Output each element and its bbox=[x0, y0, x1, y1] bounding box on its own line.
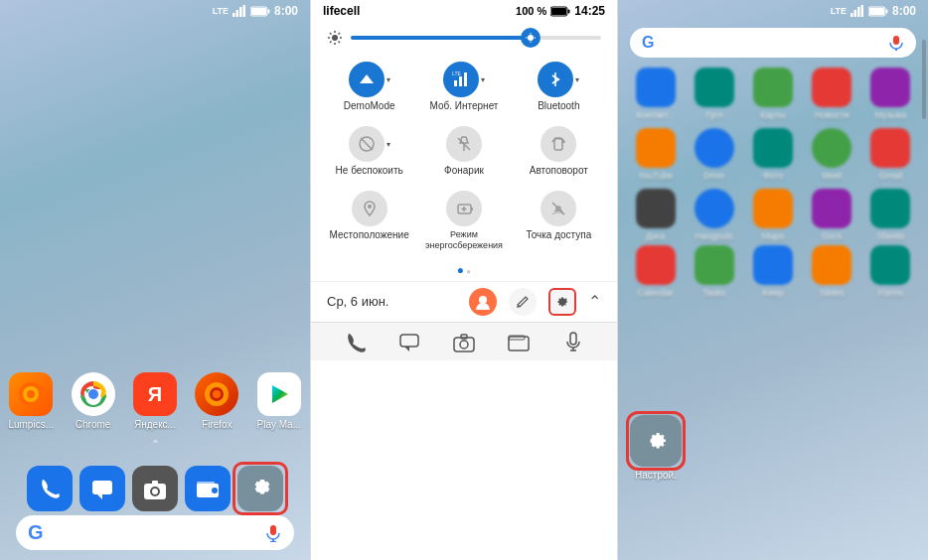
tile-battery-save-icon bbox=[446, 191, 482, 226]
svg-rect-6 bbox=[251, 8, 266, 15]
app-drawer-chevron[interactable]: ˄ bbox=[0, 438, 310, 454]
carrier-label: lifecell bbox=[323, 4, 360, 18]
dot-active: ● bbox=[457, 263, 464, 277]
dock-settings[interactable] bbox=[236, 466, 284, 511]
tile-hotspot[interactable]: Точка доступа bbox=[513, 183, 605, 255]
scrollbar-p3[interactable] bbox=[922, 40, 926, 119]
status-bar-p3: LTE 8:00 bbox=[618, 0, 928, 22]
search-bar-p3[interactable]: G bbox=[630, 28, 916, 58]
app-chrome-label: Chrome bbox=[76, 419, 111, 430]
svg-rect-31 bbox=[270, 541, 276, 542]
svg-point-15 bbox=[88, 389, 98, 399]
settings-p3-label: Настрой. bbox=[635, 470, 677, 481]
tile-dnd[interactable]: ▾ Не беспокоить bbox=[323, 118, 415, 181]
tile-battery-save[interactable]: Режим энергосбережения bbox=[417, 183, 510, 255]
dock-camera[interactable] bbox=[131, 466, 179, 511]
svg-rect-80 bbox=[857, 7, 860, 17]
tile-bluetooth-label: Bluetooth bbox=[538, 100, 579, 112]
p3-app-10: Gmail bbox=[865, 128, 916, 181]
app-yandex[interactable]: Я Яндекс... bbox=[127, 372, 183, 430]
dock-wallet[interactable] bbox=[184, 466, 232, 511]
search-area-p3: G bbox=[618, 22, 928, 64]
tile-demomode[interactable]: ▾ DemoMode bbox=[323, 54, 415, 116]
tile-mobile[interactable]: LTE ▾ Моб. Интернет bbox=[417, 54, 510, 116]
p3-app-1: Контакт... bbox=[630, 68, 681, 120]
status-icons-p3: LTE 8:00 bbox=[831, 4, 916, 18]
tile-location[interactable]: Местоположение bbox=[323, 183, 415, 255]
svg-rect-85 bbox=[893, 36, 899, 45]
app-firefox-icon bbox=[195, 372, 238, 416]
svg-point-60 bbox=[368, 205, 372, 209]
svg-rect-1 bbox=[235, 10, 238, 17]
app-play[interactable]: Play Ma... bbox=[251, 372, 307, 430]
app-firefox[interactable]: Firefox bbox=[189, 372, 244, 430]
p3-app-11: Диск bbox=[630, 189, 681, 241]
tile-location-label: Местоположение bbox=[330, 229, 409, 241]
svg-rect-5 bbox=[267, 9, 269, 13]
nav-mic-p2[interactable] bbox=[562, 331, 584, 352]
svg-rect-72 bbox=[461, 335, 467, 339]
p3-app-5: Музыка bbox=[865, 68, 916, 120]
svg-rect-34 bbox=[551, 8, 566, 15]
dock-messages[interactable] bbox=[78, 466, 126, 511]
app-firefox-label: Firefox bbox=[202, 419, 232, 430]
tile-demomode-label: DemoMode bbox=[344, 100, 395, 112]
date-label: Ср, 6 июн. bbox=[327, 294, 389, 309]
search-bar-p1[interactable]: G bbox=[16, 515, 294, 550]
app-yandex-label: Яндекс... bbox=[134, 419, 176, 430]
svg-text:LTE: LTE bbox=[452, 70, 461, 76]
svg-line-42 bbox=[339, 33, 341, 35]
google-g-p3: G bbox=[642, 34, 654, 52]
svg-point-9 bbox=[27, 390, 35, 398]
svg-line-55 bbox=[361, 138, 373, 150]
tile-battery-save-label: Режим энергосбережения bbox=[421, 229, 506, 251]
tile-mobile-dropdown: ▾ bbox=[481, 75, 485, 84]
signal-type-icon: LTE bbox=[213, 6, 229, 16]
dock-area: G bbox=[0, 458, 310, 560]
settings-highlighted-p3[interactable]: Настрой. bbox=[630, 415, 682, 481]
google-g-icon-p1: G bbox=[28, 521, 44, 544]
p3-app-16: Calendar bbox=[630, 245, 681, 298]
tile-flashlight[interactable]: Фонарик bbox=[417, 118, 510, 181]
svg-point-71 bbox=[460, 341, 468, 349]
svg-rect-0 bbox=[232, 13, 235, 17]
tile-bluetooth[interactable]: ▾ Bluetooth bbox=[513, 54, 605, 116]
p3-app-4: Новости bbox=[807, 68, 857, 120]
svg-rect-79 bbox=[853, 10, 856, 17]
dock-phone[interactable] bbox=[26, 466, 74, 511]
tile-dnd-label: Не беспокоить bbox=[336, 165, 403, 177]
nav-bar-p2 bbox=[311, 322, 617, 360]
svg-line-43 bbox=[330, 42, 332, 44]
brightness-control[interactable] bbox=[311, 22, 617, 50]
svg-rect-70 bbox=[454, 338, 474, 351]
app-chrome[interactable]: Chrome bbox=[66, 372, 121, 430]
p3-app-3: Карты bbox=[747, 68, 798, 120]
nav-wallet-p2[interactable] bbox=[508, 331, 530, 352]
nav-phone-p2[interactable] bbox=[344, 331, 366, 352]
app-play-icon bbox=[257, 372, 301, 416]
brightness-thumb bbox=[521, 28, 541, 48]
mic-icon-p3[interactable] bbox=[888, 35, 904, 51]
status-bar-p1: LTE 8:00 bbox=[0, 0, 310, 22]
svg-rect-86 bbox=[895, 49, 897, 51]
tile-demomode-dropdown: ▾ bbox=[387, 75, 390, 84]
svg-rect-27 bbox=[197, 482, 215, 486]
quicksettings-edit-icon[interactable] bbox=[548, 288, 576, 316]
app-lumpics[interactable]: Lumpics... bbox=[3, 372, 59, 430]
p3-app-13: Maps bbox=[747, 189, 798, 241]
brightness-bar[interactable] bbox=[351, 36, 601, 40]
edit-icon[interactable] bbox=[509, 288, 537, 316]
svg-point-67 bbox=[479, 296, 487, 304]
nav-msg-p2[interactable] bbox=[398, 331, 420, 352]
nav-camera-p2[interactable] bbox=[453, 331, 475, 352]
app-grid-row4: Calendar Tasks Keep Slides Forms bbox=[618, 245, 928, 298]
mic-icon-p1[interactable] bbox=[264, 524, 282, 542]
expand-arrow-icon[interactable]: ⌃ bbox=[588, 292, 601, 311]
tile-autorotate[interactable]: Автоповорот bbox=[513, 118, 605, 181]
svg-rect-20 bbox=[92, 481, 112, 494]
svg-rect-78 bbox=[851, 13, 853, 17]
time-p2: 14:25 bbox=[574, 4, 605, 18]
quicksettings-panel: lifecell 100 % 14:25 bbox=[310, 0, 618, 560]
app-yandex-icon: Я bbox=[133, 372, 177, 416]
user-avatar[interactable] bbox=[469, 288, 497, 316]
